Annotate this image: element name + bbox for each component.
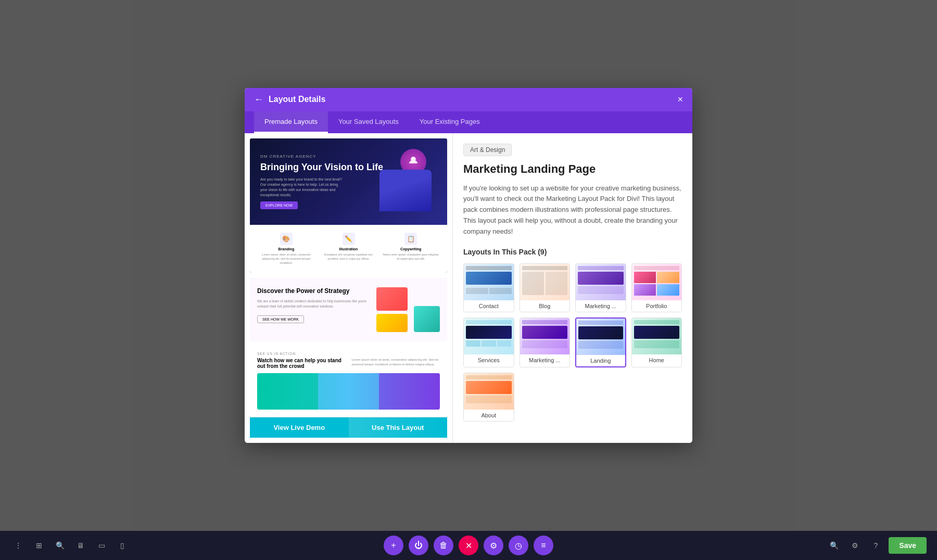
history-button[interactable]: ◷ xyxy=(509,536,528,555)
preview-section2-desc: We are a team of skilled creators dedica… xyxy=(257,299,370,309)
preview-icon-red xyxy=(376,287,408,311)
preview-actions: View Live Demo Use This Layout xyxy=(250,417,447,438)
gradient-block-2 xyxy=(318,373,379,410)
preview-services-row: 🎨 Branding Lorem ipsum dolor sit amet, c… xyxy=(250,225,447,273)
thumb-img-marketing2 xyxy=(520,318,570,354)
preview-content: DM CREATIVE AGENCY Bringing Your Vision … xyxy=(250,138,447,273)
preview-service-illustration: ✏️ Illustration Excepteur sint occaecat … xyxy=(320,233,377,265)
modal-body: DM CREATIVE AGENCY Bringing Your Vision … xyxy=(245,133,692,443)
layout-desc: If you're looking to set up a website fo… xyxy=(463,183,682,237)
category-badge: Art & Design xyxy=(463,144,512,156)
power-button[interactable]: ⏻ xyxy=(409,536,428,555)
preview-section2-icons2 xyxy=(414,287,440,332)
preview-section3-content: Watch how we can help you stand out from… xyxy=(257,358,440,369)
tab-existing[interactable]: Your Existing Pages xyxy=(409,111,490,133)
tablet-icon[interactable]: ▭ xyxy=(94,538,109,553)
preview-section3-title-text: Watch how we can help you stand out from… xyxy=(257,358,346,369)
preview-section3: SEE US IN ACTION Watch how we can help y… xyxy=(250,345,447,417)
preview-service-copywriting: 📋 Copywriting Nemo enim ipsam voluptatem… xyxy=(382,233,439,265)
close-center-button[interactable]: ✕ xyxy=(459,536,478,555)
thumb-item-about[interactable]: About xyxy=(463,373,514,422)
search-right-icon[interactable]: 🔍 xyxy=(826,538,842,553)
thumb-label-marketing2: Marketing ... xyxy=(520,354,570,366)
back-icon[interactable]: ← xyxy=(254,94,263,105)
thumb-item-blog[interactable]: Blog xyxy=(520,263,571,312)
desktop-icon[interactable]: 🖥 xyxy=(73,538,88,553)
preview-icon-yellow xyxy=(376,314,408,332)
thumb-item-home[interactable]: Home xyxy=(631,317,682,367)
bottom-toolbar: ⋮ ⊞ 🔍 🖥 ▭ ▯ + ⏻ 🗑 ✕ ⚙ ◷ ≡ 🔍 ⚙ ? Save xyxy=(0,531,937,560)
modal-overlay: ← Layout Details × Premade Layouts Your … xyxy=(0,0,937,531)
thumb-label-contact: Contact xyxy=(464,300,514,312)
preview-gradient-bar xyxy=(257,373,440,410)
thumb-img-portfolio xyxy=(632,264,682,300)
thumb-img-about xyxy=(464,373,514,410)
toolbar-left: ⋮ ⊞ 🔍 🖥 ▭ ▯ xyxy=(10,538,130,553)
preview-hero: DM CREATIVE AGENCY Bringing Your Vision … xyxy=(250,138,447,225)
preview-section3-desc: Lorem ipsum dolor sit amet, consectetur … xyxy=(352,358,440,369)
settings-button[interactable]: ⚙ xyxy=(484,536,503,555)
thumb-label-landing: Landing xyxy=(576,355,625,366)
grid-icon[interactable]: ⊞ xyxy=(31,538,47,553)
mobile-icon[interactable]: ▯ xyxy=(115,538,130,553)
preview-section2-left: Discover the Power of Strategy We are a … xyxy=(257,287,370,332)
illustration-title: Illustration xyxy=(320,247,377,251)
use-layout-button[interactable]: Use This Layout xyxy=(349,417,448,438)
thumb-item-marketing1[interactable]: Marketing ... xyxy=(575,263,626,312)
preview-hero-desc: Are you ready to take your brand to the … xyxy=(260,177,344,197)
thumb-img-blog xyxy=(520,264,570,300)
layouts-in-pack-header: Layouts In This Pack (9) xyxy=(463,248,682,256)
preview-section2: Discover the Power of Strategy We are a … xyxy=(250,278,447,341)
thumb-label-about: About xyxy=(464,410,514,421)
modal: ← Layout Details × Premade Layouts Your … xyxy=(245,88,692,443)
settings-right-icon[interactable]: ⚙ xyxy=(847,538,863,553)
gradient-block-3 xyxy=(379,373,440,410)
thumb-img-home xyxy=(632,318,682,354)
thumb-item-landing[interactable]: Landing xyxy=(575,317,626,367)
preview-section2-title: Discover the Power of Strategy xyxy=(257,287,370,296)
thumb-img-contact xyxy=(464,264,514,300)
illustration-icon: ✏️ xyxy=(343,233,355,245)
preview-section3-badge: SEE US IN ACTION xyxy=(257,352,440,355)
branding-title: Branding xyxy=(258,247,315,251)
preview-service-branding: 🎨 Branding Lorem ipsum dolor sit amet, c… xyxy=(258,233,315,265)
help-icon[interactable]: ? xyxy=(868,538,883,553)
preview-icon-teal xyxy=(414,306,440,332)
trash-button[interactable]: 🗑 xyxy=(434,536,453,555)
preview-hero-cta: EXPLORE NOW xyxy=(260,201,298,209)
info-pane: Art & Design Marketing Landing Page If y… xyxy=(453,133,692,443)
toolbar-center: + ⏻ 🗑 ✕ ⚙ ◷ ≡ xyxy=(384,536,553,555)
thumb-item-services[interactable]: Services xyxy=(463,317,514,367)
thumb-img-marketing1 xyxy=(576,264,626,300)
dots-icon[interactable]: ⋮ xyxy=(10,538,26,553)
save-button[interactable]: Save xyxy=(889,537,927,554)
tab-premade[interactable]: Premade Layouts xyxy=(254,111,328,133)
gradient-block-1 xyxy=(257,373,318,410)
modal-title: Layout Details xyxy=(269,95,325,104)
thumb-item-contact[interactable]: Contact xyxy=(463,263,514,312)
modal-header: ← Layout Details × xyxy=(245,88,692,111)
copywriting-desc: Nemo enim ipsam voluptatem quia voluptas… xyxy=(382,253,439,261)
view-demo-button[interactable]: View Live Demo xyxy=(250,417,349,438)
preview-section2-cta[interactable]: SEE HOW WE WORK xyxy=(257,315,304,323)
thumb-img-landing xyxy=(576,319,625,355)
thumb-label-blog: Blog xyxy=(520,300,570,312)
branding-desc: Lorem ipsum dolor sit amet, consectet ad… xyxy=(258,253,315,265)
thumb-item-portfolio[interactable]: Portfolio xyxy=(631,263,682,312)
thumbnails-grid: Contact B xyxy=(463,263,682,422)
search-left-icon[interactable]: 🔍 xyxy=(52,538,68,553)
copywriting-icon: 📋 xyxy=(404,233,417,245)
thumb-label-portfolio: Portfolio xyxy=(632,300,682,312)
layout-button[interactable]: ≡ xyxy=(534,536,553,555)
copywriting-title: Copywriting xyxy=(382,247,439,251)
close-icon[interactable]: × xyxy=(677,94,683,105)
modal-tabs: Premade Layouts Your Saved Layouts Your … xyxy=(245,111,692,133)
illustration-desc: Excepteur sint occaecat cupidatat non pr… xyxy=(320,253,377,261)
tab-saved[interactable]: Your Saved Layouts xyxy=(328,111,409,133)
add-button[interactable]: + xyxy=(384,536,403,555)
branding-icon: 🎨 xyxy=(280,233,293,245)
thumb-item-marketing2[interactable]: Marketing ... xyxy=(520,317,571,367)
thumb-label-marketing1: Marketing ... xyxy=(576,300,626,312)
preview-pane: DM CREATIVE AGENCY Bringing Your Vision … xyxy=(245,133,453,443)
thumb-label-services: Services xyxy=(464,354,514,366)
